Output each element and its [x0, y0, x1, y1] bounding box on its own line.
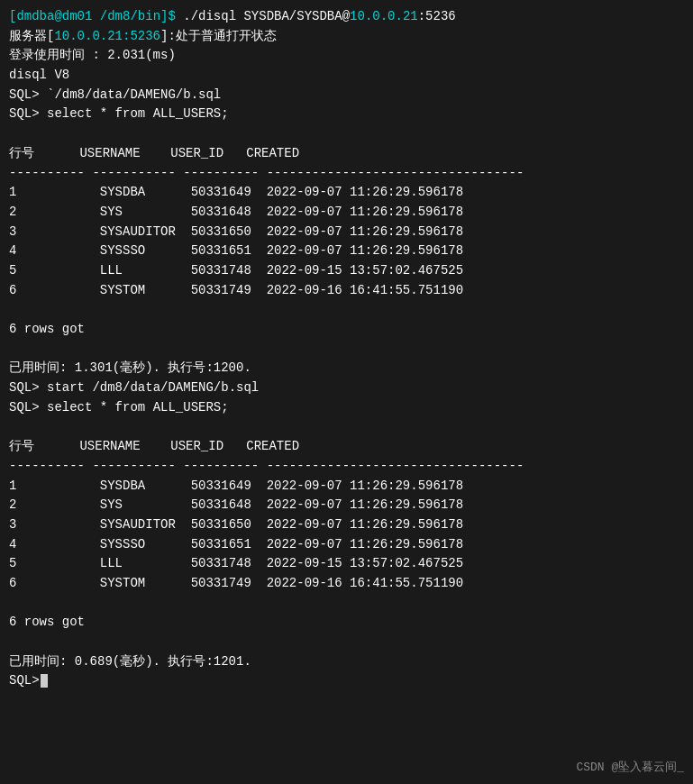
time-info-text-2: 已用时间: 0.689(毫秒). 执行号:1201.: [9, 654, 251, 669]
prompt-user: [dmdba@dm01 /dm8/bin]$: [9, 9, 176, 23]
disql-version-text: disql V8: [9, 68, 69, 82]
empty-2: [9, 300, 684, 320]
empty-4: [9, 417, 684, 437]
empty-6: [9, 633, 684, 652]
sql-prompt-3: SQL>: [9, 380, 40, 395]
table2-row-5: 5 LLL 50331748 2022-09-15 13:57:02.46752…: [9, 554, 684, 574]
empty-3: [9, 340, 684, 360]
col-username-2: USERNAME: [79, 439, 170, 453]
col-userid-2: USER_ID: [170, 439, 246, 453]
sql-cmd-3: start /dm8/data/DAMENG/b.sql: [40, 380, 260, 395]
table1-row-5: 5 LLL 50331748 2022-09-15 13:57:02.46752…: [9, 261, 684, 281]
time-info-text-1: 已用时间: 1.301(毫秒). 执行号:1200.: [9, 360, 251, 375]
server-status-text1: 服务器[: [9, 29, 54, 43]
cursor: [41, 674, 48, 688]
table1-row-2: 2 SYS 50331648 2022-09-07 11:26:29.59617…: [9, 203, 684, 223]
table1-row-6: 6 SYSTOM 50331749 2022-09-16 16:41:55.75…: [9, 281, 684, 301]
col-username-1: USERNAME: [79, 146, 170, 160]
sql-prompt-4: SQL>: [9, 400, 40, 415]
login-time-line: 登录使用时间 : 2.031(ms): [9, 46, 684, 66]
empty-5: [9, 594, 684, 614]
server-status-text2: ]:处于普通打开状态: [160, 29, 277, 43]
sql-line-3: SQL> start /dm8/data/DAMENG/b.sql: [9, 378, 684, 398]
table2-row-6: 6 SYSTOM 50331749 2022-09-16 16:41:55.75…: [9, 574, 684, 594]
sql-line-4: SQL> select * from ALL_USERS;: [9, 398, 684, 418]
cmd-port: :5236: [418, 9, 456, 23]
col-userid-1: USER_ID: [170, 146, 246, 160]
table2-header: 行号 USERNAME USER_ID CREATED: [9, 437, 684, 457]
sql-prompt-1: SQL>: [9, 87, 40, 102]
time-info-line-2: 已用时间: 0.689(毫秒). 执行号:1201.: [9, 652, 684, 672]
rows-got-2: 6 rows got: [9, 613, 684, 633]
login-time-text: 登录使用时间 : 2.031(ms): [9, 48, 176, 62]
time-info-line-1: 已用时间: 1.301(毫秒). 执行号:1200.: [9, 359, 684, 378]
sep-1: ---------- ----------- ---------- ------…: [9, 166, 524, 180]
table1-row-1: 1 SYSDBA 50331649 2022-09-07 11:26:29.59…: [9, 183, 684, 203]
prompt-line-1: [dmdba@dm01 /dm8/bin]$ ./disql SYSDBA/SY…: [9, 7, 684, 27]
sql-line-1: SQL> `/dm8/data/DAMENG/b.sql: [9, 86, 684, 105]
server-status-line: 服务器[10.0.0.21:5236]:处于普通打开状态: [9, 27, 684, 47]
table2-row-3: 3 SYSAUDITOR 50331650 2022-09-07 11:26:2…: [9, 515, 684, 535]
col-created-1: CREATED: [246, 146, 299, 160]
cmd-disql: ./disql SYSDBA/SYSDBA@: [176, 9, 350, 23]
sql-cmd-4: select * from ALL_USERS;: [40, 400, 229, 415]
table2-row-2: 2 SYS 50331648 2022-09-07 11:26:29.59617…: [9, 496, 684, 515]
final-sql-prompt: SQL>: [9, 673, 40, 688]
empty-1: [9, 124, 684, 144]
rows-got-text-1: 6 rows got: [9, 322, 85, 336]
rows-got-1: 6 rows got: [9, 320, 684, 340]
final-prompt-line[interactable]: SQL>: [9, 671, 684, 691]
sep-2: ---------- ----------- ---------- ------…: [9, 459, 524, 473]
server-ip-text: 10.0.0.21:5236: [54, 29, 160, 43]
disql-version-line: disql V8: [9, 66, 684, 86]
col-created-2: CREATED: [246, 439, 299, 453]
table1-header: 行号 USERNAME USER_ID CREATED: [9, 144, 684, 164]
sql-cmd-2: select * from ALL_USERS;: [40, 106, 229, 121]
cmd-ip: 10.0.0.21: [350, 9, 418, 23]
col-lineno-2: 行号: [9, 439, 79, 453]
table2-row-4: 4 SYSSSO 50331651 2022-09-07 11:26:29.59…: [9, 535, 684, 555]
col-lineno-1: 行号: [9, 146, 79, 160]
rows-got-text-2: 6 rows got: [9, 615, 85, 629]
sql-line-2: SQL> select * from ALL_USERS;: [9, 105, 684, 124]
sql-cmd-1: `/dm8/data/DAMENG/b.sql: [40, 87, 222, 102]
table2-row-1: 1 SYSDBA 50331649 2022-09-07 11:26:29.59…: [9, 477, 684, 497]
table2-sep: ---------- ----------- ---------- ------…: [9, 457, 684, 477]
sql-prompt-2: SQL>: [9, 106, 40, 121]
table1-sep: ---------- ----------- ---------- ------…: [9, 164, 684, 184]
table1-row-3: 3 SYSAUDITOR 50331650 2022-09-07 11:26:2…: [9, 223, 684, 242]
watermark: CSDN @坠入暮云间_: [576, 759, 684, 775]
table1-row-4: 4 SYSSSO 50331651 2022-09-07 11:26:29.59…: [9, 242, 684, 261]
terminal: [dmdba@dm01 /dm8/bin]$ ./disql SYSDBA/SY…: [0, 0, 693, 784]
